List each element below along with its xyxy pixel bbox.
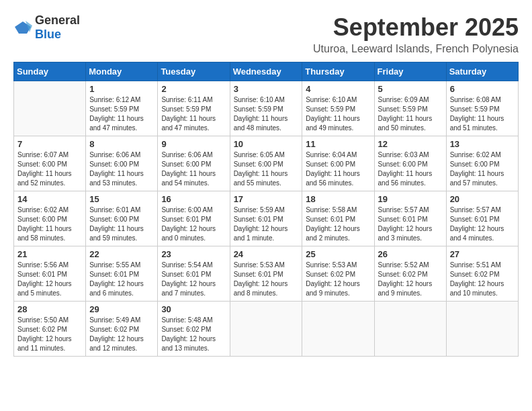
day-number: 23	[161, 249, 226, 259]
logo-blue: Blue	[35, 28, 61, 41]
day-info: Sunrise: 6:01 AM Sunset: 6:00 PM Dayligh…	[89, 205, 154, 243]
day-number: 10	[234, 139, 299, 149]
day-info: Sunrise: 5:54 AM Sunset: 6:01 PM Dayligh…	[161, 261, 226, 298]
calendar-cell: 15Sunrise: 6:01 AM Sunset: 6:00 PM Dayli…	[86, 191, 158, 246]
day-number: 9	[161, 139, 226, 149]
calendar-week-row: 21Sunrise: 5:56 AM Sunset: 6:01 PM Dayli…	[14, 246, 519, 302]
day-number: 12	[378, 139, 443, 149]
calendar-cell: 17Sunrise: 5:59 AM Sunset: 6:01 PM Dayli…	[230, 191, 302, 246]
day-number: 15	[89, 194, 154, 204]
calendar-cell: 12Sunrise: 6:03 AM Sunset: 6:00 PM Dayli…	[374, 136, 446, 191]
calendar-cell: 18Sunrise: 5:58 AM Sunset: 6:01 PM Dayli…	[302, 191, 374, 246]
calendar-week-row: 28Sunrise: 5:50 AM Sunset: 6:02 PM Dayli…	[14, 302, 519, 357]
title-block: September 2025 Uturoa, Leeward Islands, …	[313, 13, 519, 55]
day-number: 22	[89, 249, 154, 259]
day-info: Sunrise: 5:58 AM Sunset: 6:01 PM Dayligh…	[306, 205, 370, 243]
day-info: Sunrise: 6:12 AM Sunset: 5:59 PM Dayligh…	[89, 95, 154, 133]
day-info: Sunrise: 6:06 AM Sunset: 6:00 PM Dayligh…	[161, 150, 226, 188]
day-info: Sunrise: 5:56 AM Sunset: 6:01 PM Dayligh…	[17, 261, 82, 298]
calendar-cell: 4Sunrise: 6:10 AM Sunset: 5:59 PM Daylig…	[302, 81, 374, 136]
day-number: 30	[161, 304, 226, 314]
calendar-cell	[14, 81, 86, 136]
calendar-cell: 24Sunrise: 5:53 AM Sunset: 6:01 PM Dayli…	[230, 246, 302, 302]
weekday-header-row: SundayMondayTuesdayWednesdayThursdayFrid…	[14, 62, 519, 81]
calendar-cell: 22Sunrise: 5:55 AM Sunset: 6:01 PM Dayli…	[86, 246, 158, 302]
day-number: 20	[450, 194, 515, 204]
calendar-cell	[374, 302, 446, 357]
day-info: Sunrise: 5:52 AM Sunset: 6:02 PM Dayligh…	[378, 261, 443, 298]
calendar-cell: 11Sunrise: 6:04 AM Sunset: 6:00 PM Dayli…	[302, 136, 374, 191]
calendar-week-row: 1Sunrise: 6:12 AM Sunset: 5:59 PM Daylig…	[14, 81, 519, 136]
calendar-table: SundayMondayTuesdayWednesdayThursdayFrid…	[13, 62, 519, 357]
calendar-cell: 26Sunrise: 5:52 AM Sunset: 6:02 PM Dayli…	[374, 246, 446, 302]
day-number: 6	[450, 84, 515, 94]
calendar-cell: 29Sunrise: 5:49 AM Sunset: 6:02 PM Dayli…	[86, 302, 158, 357]
day-info: Sunrise: 6:06 AM Sunset: 6:00 PM Dayligh…	[89, 150, 154, 188]
month-title: September 2025	[313, 13, 519, 42]
calendar-cell: 23Sunrise: 5:54 AM Sunset: 6:01 PM Dayli…	[158, 246, 230, 302]
day-info: Sunrise: 5:48 AM Sunset: 6:02 PM Dayligh…	[161, 316, 226, 353]
calendar-cell: 14Sunrise: 6:02 AM Sunset: 6:00 PM Dayli…	[14, 191, 86, 246]
calendar-cell: 13Sunrise: 6:02 AM Sunset: 6:00 PM Dayli…	[446, 136, 518, 191]
day-info: Sunrise: 6:03 AM Sunset: 6:00 PM Dayligh…	[378, 150, 443, 188]
day-info: Sunrise: 5:50 AM Sunset: 6:02 PM Dayligh…	[17, 316, 82, 353]
day-number: 28	[17, 304, 82, 314]
day-number: 7	[17, 139, 82, 149]
calendar-cell: 7Sunrise: 6:07 AM Sunset: 6:00 PM Daylig…	[14, 136, 86, 191]
day-number: 18	[306, 194, 370, 204]
day-info: Sunrise: 6:08 AM Sunset: 5:59 PM Dayligh…	[450, 95, 515, 133]
weekday-header: Sunday	[14, 62, 86, 81]
weekday-header: Saturday	[446, 62, 518, 81]
calendar-cell: 20Sunrise: 5:57 AM Sunset: 6:01 PM Dayli…	[446, 191, 518, 246]
day-info: Sunrise: 6:10 AM Sunset: 5:59 PM Dayligh…	[234, 95, 299, 133]
calendar-cell: 16Sunrise: 6:00 AM Sunset: 6:01 PM Dayli…	[158, 191, 230, 246]
weekday-header: Wednesday	[230, 62, 302, 81]
day-info: Sunrise: 6:05 AM Sunset: 6:00 PM Dayligh…	[234, 150, 299, 188]
page-header: General Blue September 2025 Uturoa, Leew…	[13, 13, 519, 55]
day-info: Sunrise: 5:55 AM Sunset: 6:01 PM Dayligh…	[89, 261, 154, 298]
day-number: 13	[450, 139, 515, 149]
day-number: 14	[17, 194, 82, 204]
calendar-cell: 27Sunrise: 5:51 AM Sunset: 6:02 PM Dayli…	[446, 246, 518, 302]
calendar-cell: 6Sunrise: 6:08 AM Sunset: 5:59 PM Daylig…	[446, 81, 518, 136]
calendar-cell: 28Sunrise: 5:50 AM Sunset: 6:02 PM Dayli…	[14, 302, 86, 357]
day-number: 1	[89, 84, 154, 94]
day-number: 26	[378, 249, 443, 259]
calendar-cell: 25Sunrise: 5:53 AM Sunset: 6:02 PM Dayli…	[302, 246, 374, 302]
day-number: 17	[234, 194, 299, 204]
day-number: 24	[234, 249, 299, 259]
calendar-cell: 19Sunrise: 5:57 AM Sunset: 6:01 PM Dayli…	[374, 191, 446, 246]
calendar-cell: 2Sunrise: 6:11 AM Sunset: 5:59 PM Daylig…	[158, 81, 230, 136]
calendar-cell	[302, 302, 374, 357]
day-number: 3	[234, 84, 299, 94]
day-info: Sunrise: 5:57 AM Sunset: 6:01 PM Dayligh…	[450, 205, 515, 243]
day-info: Sunrise: 5:51 AM Sunset: 6:02 PM Dayligh…	[450, 261, 515, 298]
weekday-header: Friday	[374, 62, 446, 81]
weekday-header: Monday	[86, 62, 158, 81]
day-info: Sunrise: 5:57 AM Sunset: 6:01 PM Dayligh…	[378, 205, 443, 243]
day-number: 16	[161, 194, 226, 204]
day-info: Sunrise: 5:53 AM Sunset: 6:01 PM Dayligh…	[234, 261, 299, 298]
day-number: 11	[306, 139, 370, 149]
day-info: Sunrise: 6:09 AM Sunset: 5:59 PM Dayligh…	[378, 95, 443, 133]
day-number: 5	[378, 84, 443, 94]
day-info: Sunrise: 6:10 AM Sunset: 5:59 PM Dayligh…	[306, 95, 370, 133]
day-info: Sunrise: 6:11 AM Sunset: 5:59 PM Dayligh…	[161, 95, 226, 133]
calendar-cell: 5Sunrise: 6:09 AM Sunset: 5:59 PM Daylig…	[374, 81, 446, 136]
day-number: 19	[378, 194, 443, 204]
day-number: 29	[89, 304, 154, 314]
calendar-cell	[446, 302, 518, 357]
calendar-cell: 8Sunrise: 6:06 AM Sunset: 6:00 PM Daylig…	[86, 136, 158, 191]
logo-general: General	[35, 13, 80, 27]
calendar-week-row: 7Sunrise: 6:07 AM Sunset: 6:00 PM Daylig…	[14, 136, 519, 191]
weekday-header: Thursday	[302, 62, 374, 81]
day-number: 8	[89, 139, 154, 149]
day-number: 2	[161, 84, 226, 94]
calendar-week-row: 14Sunrise: 6:02 AM Sunset: 6:00 PM Dayli…	[14, 191, 519, 246]
calendar-cell: 3Sunrise: 6:10 AM Sunset: 5:59 PM Daylig…	[230, 81, 302, 136]
day-number: 27	[450, 249, 515, 259]
weekday-header: Tuesday	[158, 62, 230, 81]
calendar-cell: 10Sunrise: 6:05 AM Sunset: 6:00 PM Dayli…	[230, 136, 302, 191]
day-info: Sunrise: 5:59 AM Sunset: 6:01 PM Dayligh…	[234, 205, 299, 243]
calendar-cell: 21Sunrise: 5:56 AM Sunset: 6:01 PM Dayli…	[14, 246, 86, 302]
